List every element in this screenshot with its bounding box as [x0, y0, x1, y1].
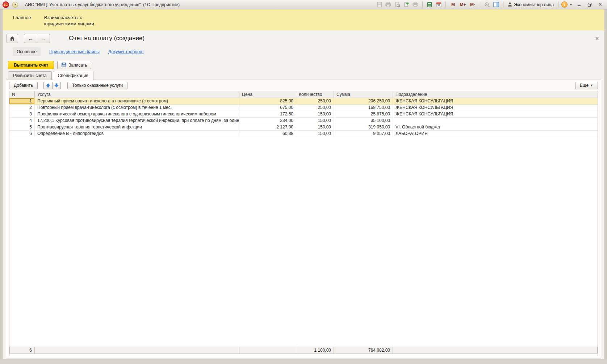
save-icon[interactable]	[375, 1, 383, 8]
totals-count: 6	[9, 347, 35, 354]
form-nav-tabs: Основное Присоединенные файлы Документоо…	[13, 47, 144, 56]
cell-department[interactable]: VI. Областной бюджет	[393, 124, 598, 131]
cell-n[interactable]: 4	[9, 118, 35, 124]
table-row[interactable]: 3Профилактический осмотр врача-гинеколог…	[9, 111, 598, 118]
split-window-icon[interactable]	[492, 1, 500, 8]
cell-n[interactable]: 5	[9, 124, 35, 131]
column-header-department[interactable]: Подразделение	[393, 91, 598, 98]
print-icon[interactable]	[384, 1, 392, 8]
issue-invoice-button[interactable]: Выставить счет	[8, 61, 54, 69]
more-button[interactable]: Еще ▼	[575, 82, 598, 89]
cell-quantity[interactable]: 250,00	[296, 105, 334, 111]
cell-department[interactable]: ЖЕНСКАЯ КОНСУЛЬТАЦИЯ	[393, 105, 598, 111]
cell-department[interactable]: ЛАБОРАТОРИЯ	[393, 131, 598, 137]
cell-sum[interactable]: 35 100,00	[334, 118, 393, 124]
restore-button[interactable]	[585, 1, 594, 8]
cell-service[interactable]: Повторный прием врача-гинеколога (с осмо…	[35, 105, 239, 111]
add-button[interactable]: Добавить	[9, 82, 38, 89]
cell-service[interactable]: 17,200,1 Курсовая противовирусная терапи…	[35, 118, 239, 124]
chevron-down-icon[interactable]: ▼	[569, 3, 573, 7]
page-tabs: Реквизиты счета Спецификация	[8, 71, 95, 80]
column-header-service[interactable]: Услуга	[35, 91, 239, 98]
memory-m-minus-button[interactable]: M-	[468, 2, 477, 7]
column-header-quantity[interactable]: Количество	[296, 91, 334, 98]
column-header-price[interactable]: Цена	[239, 91, 296, 98]
cell-n[interactable]: 2	[9, 105, 35, 111]
current-user[interactable]: Экономист юр лица	[506, 2, 555, 7]
invoice-form: ← → Счет на оплату (создание) ✕ Основное…	[3, 30, 604, 359]
column-header-n[interactable]: N	[9, 91, 35, 98]
table-row[interactable]: 2Повторный прием врача-гинеколога (с осм…	[9, 105, 598, 111]
totals-quantity: 1 100,00	[296, 347, 334, 354]
column-header-sum[interactable]: Сумма	[334, 91, 393, 98]
forward-button[interactable]: →	[37, 34, 50, 43]
window-frame-bottom	[0, 359, 607, 364]
cell-quantity[interactable]: 150,00	[296, 118, 334, 124]
window-title: АИС "ИМЦ: Учет платных услуг бюджетного …	[25, 2, 180, 7]
totals-department-empty	[393, 347, 598, 354]
chevron-down-icon: ▼	[590, 84, 593, 87]
cell-service[interactable]: Определение В - липопротеидов	[35, 131, 239, 137]
menu-item-main[interactable]: Главное	[13, 14, 31, 21]
zoom-icon[interactable]	[483, 1, 491, 8]
cell-service[interactable]: Профилактический осмотр врача-гинеколога…	[35, 111, 239, 118]
cell-price[interactable]: 234,00	[239, 118, 296, 124]
tab-requisites[interactable]: Реквизиты счета	[8, 71, 52, 80]
home-button[interactable]	[7, 34, 18, 43]
cell-price[interactable]: 675,00	[239, 105, 296, 111]
memory-m-plus-button[interactable]: M+	[459, 2, 467, 7]
cell-sum[interactable]: 25 875,00	[334, 111, 393, 118]
system-menu-button[interactable]: ▼	[12, 2, 18, 8]
table-row[interactable]: 6Определение В - липопротеидов60,38150,0…	[9, 131, 598, 137]
quick-print-icon[interactable]	[411, 1, 419, 8]
table-totals-row: 6 1 100,00 764 082,00	[9, 347, 598, 354]
tab-attached-files[interactable]: Присоединенные файлы	[49, 47, 100, 56]
print-preview-icon[interactable]	[393, 1, 401, 8]
attach-icon[interactable]	[402, 1, 410, 8]
info-icon[interactable]: i	[561, 1, 568, 8]
cell-price[interactable]: 60,38	[239, 131, 296, 137]
cell-price[interactable]: 2 127,00	[239, 124, 296, 131]
tab-main[interactable]: Основное	[13, 47, 41, 56]
only-rendered-services-button[interactable]: Только оказанные услуги	[67, 82, 127, 89]
table-header: N Услуга Цена Количество Сумма Подраздел…	[9, 91, 598, 98]
move-up-button[interactable]	[43, 82, 52, 89]
cell-n[interactable]: 6	[9, 131, 35, 137]
cell-quantity[interactable]: 150,00	[296, 124, 334, 131]
cell-quantity[interactable]: 250,00	[296, 98, 334, 105]
table-empty-area[interactable]	[9, 137, 598, 347]
close-button[interactable]: ✕	[595, 1, 605, 8]
specification-panel: Добавить Только оказанные услуги Еще ▼	[6, 80, 601, 359]
tab-document-flow[interactable]: Документооборот	[108, 47, 144, 56]
memory-m-button[interactable]: M	[449, 2, 457, 7]
cell-n[interactable]: 3	[9, 111, 35, 118]
cell-sum[interactable]: 319 050,00	[334, 124, 393, 131]
save-button[interactable]: Записать	[57, 61, 91, 69]
calculator-icon[interactable]	[426, 1, 434, 8]
table-row[interactable]: 1Первичный прием врача-гинеколога в поли…	[9, 98, 598, 105]
table-row[interactable]: 417,200,1 Курсовая противовирусная терап…	[9, 118, 598, 124]
cell-sum[interactable]: 206 250,00	[334, 98, 393, 105]
move-down-button[interactable]	[52, 82, 61, 89]
cell-quantity[interactable]: 150,00	[296, 131, 334, 137]
tab-specification[interactable]: Спецификация	[53, 71, 93, 80]
back-button[interactable]: ←	[24, 34, 37, 43]
cell-quantity[interactable]: 150,00	[296, 111, 334, 118]
cell-price[interactable]: 172,50	[239, 111, 296, 118]
cell-sum[interactable]: 168 750,00	[334, 105, 393, 111]
cell-department[interactable]: ЖЕНСКАЯ КОНСУЛЬТАЦИЯ	[393, 111, 598, 118]
cell-service[interactable]: Противовирусная терапия герпетической ин…	[35, 124, 239, 131]
cell-department[interactable]	[393, 118, 598, 124]
minimize-button[interactable]	[574, 1, 584, 8]
more-button-label: Еще	[580, 83, 589, 88]
cell-department[interactable]: ЖЕНСКАЯ КОНСУЛЬТАЦИЯ	[393, 98, 598, 105]
form-close-icon[interactable]: ✕	[595, 36, 599, 41]
menu-item-settlements[interactable]: Взаиморасчеты с юридическими лицами	[44, 14, 102, 27]
cell-n[interactable]: 1	[9, 98, 35, 105]
user-name: Экономист юр лица	[514, 2, 554, 7]
calendar-icon[interactable]: 31	[435, 1, 443, 8]
table-row[interactable]: 5Противовирусная терапия герпетической и…	[9, 124, 598, 131]
cell-service[interactable]: Первичный прием врача-гинеколога в полик…	[35, 98, 239, 105]
cell-price[interactable]: 825,00	[239, 98, 296, 105]
cell-sum[interactable]: 9 057,00	[334, 131, 393, 137]
